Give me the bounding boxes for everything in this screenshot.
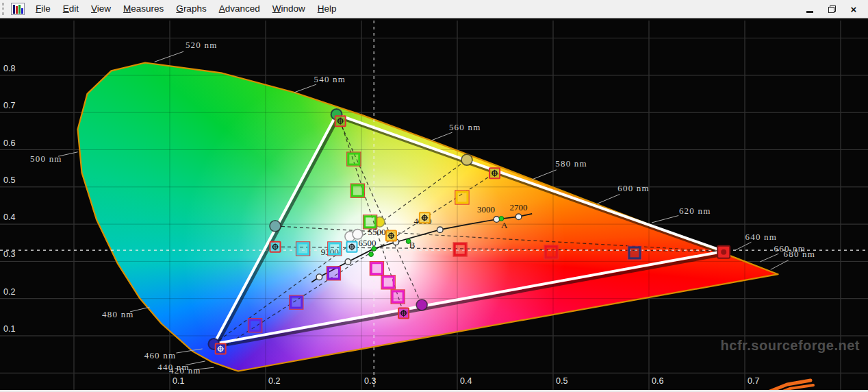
menu-item-measures[interactable]: Measures bbox=[117, 1, 170, 16]
menu-item-view[interactable]: View bbox=[85, 1, 117, 16]
measured-white-dot bbox=[406, 239, 411, 244]
menu-items: FileEditViewMeasuresGraphsAdvancedWindow… bbox=[29, 1, 343, 16]
wavelength-leader bbox=[532, 170, 557, 180]
measurement-square bbox=[629, 247, 640, 258]
temperature-point bbox=[515, 214, 522, 220]
menu-item-window[interactable]: Window bbox=[266, 1, 311, 16]
wavelength-leader bbox=[431, 132, 452, 140]
y-tick-label: 0.3 bbox=[3, 249, 15, 259]
wavelength-label-620nm: 620 nm bbox=[679, 206, 711, 216]
wavelength-leader bbox=[294, 84, 316, 93]
measurement-square bbox=[546, 247, 557, 258]
red-primary-marker-dot bbox=[721, 249, 726, 255]
window-controls: × bbox=[801, 2, 863, 16]
magenta-measured-circle bbox=[416, 299, 427, 310]
x-tick-label: 0.1 bbox=[173, 376, 184, 386]
measurement-square bbox=[348, 154, 359, 164]
measurement-square bbox=[298, 243, 309, 254]
wavelength-label-640nm: 640 nm bbox=[745, 232, 778, 242]
y-tick-label: 0.8 bbox=[3, 64, 15, 73]
menu-bar: FileEditViewMeasuresGraphsAdvancedWindow… bbox=[0, 0, 868, 19]
x-tick-label: 0.6 bbox=[652, 376, 663, 386]
temp-label-3000: 3000 bbox=[477, 204, 495, 215]
wavelength-label-480nm: 480 nm bbox=[102, 309, 134, 319]
x-tick-label: 0.7 bbox=[748, 376, 759, 386]
wavelength-label-580nm: 580 nm bbox=[555, 158, 587, 169]
y-tick-label: 0.5 bbox=[3, 175, 15, 185]
measurement-square bbox=[365, 217, 376, 228]
wavelength-label-500nm: 500 nm bbox=[30, 154, 62, 164]
restore-button[interactable] bbox=[823, 2, 841, 16]
y-tick-label: 0.6 bbox=[3, 138, 15, 148]
measurement-square bbox=[250, 320, 261, 331]
wavelength-label-600nm: 600 nm bbox=[617, 183, 650, 193]
hcfr-window: FileEditViewMeasuresGraphsAdvancedWindow… bbox=[0, 0, 868, 392]
temperature-point bbox=[345, 259, 351, 265]
menu-item-advanced[interactable]: Advanced bbox=[213, 1, 266, 16]
wavelength-leader bbox=[735, 242, 751, 250]
measurement-square bbox=[352, 185, 363, 196]
minimize-button[interactable] bbox=[801, 2, 819, 16]
temp-label-A: A bbox=[501, 220, 508, 230]
wavelength-leader bbox=[155, 51, 184, 62]
measurement-square bbox=[371, 263, 382, 274]
measured-white-dot bbox=[369, 252, 374, 257]
wavelength-leader bbox=[652, 215, 678, 222]
temperature-point bbox=[494, 217, 500, 223]
y-tick-label: 0.1 bbox=[3, 324, 15, 334]
wavelength-label-540nm: 540 nm bbox=[314, 74, 346, 84]
measurement-square bbox=[383, 277, 394, 288]
saturation-axis-dashed bbox=[275, 247, 724, 252]
menu-item-help[interactable]: Help bbox=[311, 1, 343, 16]
menu-item-graphs[interactable]: Graphs bbox=[170, 1, 212, 16]
temp-label-2700: 2700 bbox=[510, 202, 528, 212]
cie-chromaticity-chart[interactable]: 270030004000550065009300AB520 nm540 nm56… bbox=[0, 21, 868, 392]
wavelength-leader bbox=[176, 349, 202, 353]
measurement-square bbox=[329, 243, 340, 254]
menu-item-file[interactable]: File bbox=[29, 1, 57, 16]
wavelength-label-680nm: 680 nm bbox=[784, 249, 816, 259]
wavelength-leader bbox=[760, 254, 778, 262]
y-tick-label: 0.7 bbox=[3, 101, 15, 110]
temperature-point bbox=[316, 274, 322, 280]
x-tick-label: 0.2 bbox=[268, 376, 280, 386]
yellow-measured-circle bbox=[461, 154, 472, 165]
measurement-square bbox=[291, 297, 302, 308]
x-tick-label: 0.4 bbox=[460, 376, 472, 386]
measurement-square bbox=[457, 192, 468, 203]
close-icon: × bbox=[851, 4, 857, 14]
white-reference-circle bbox=[353, 229, 363, 239]
chart-overlay: 270030004000550065009300AB520 nm540 nm56… bbox=[0, 21, 868, 392]
measured-white-dot bbox=[372, 247, 376, 252]
wavelength-label-460nm: 460 nm bbox=[144, 350, 177, 360]
watermark: hcfr.sourceforge.net bbox=[721, 338, 860, 353]
toolbar-grip[interactable] bbox=[2, 3, 8, 15]
cyan-measured-circle bbox=[270, 221, 281, 232]
y-tick-label: 0.2 bbox=[3, 287, 15, 297]
measurement-square bbox=[455, 244, 465, 255]
menu-item-edit[interactable]: Edit bbox=[57, 1, 85, 16]
measurement-square bbox=[392, 291, 403, 302]
measurement-square bbox=[328, 268, 339, 279]
y-tick-label: 0.4 bbox=[3, 212, 15, 222]
wavelength-label-520nm: 520 nm bbox=[186, 40, 218, 50]
x-tick-label: 0.3 bbox=[364, 376, 376, 386]
wavelength-leader bbox=[597, 194, 620, 204]
measured-white-dot bbox=[499, 217, 504, 221]
wavelength-label-420nm: 420 nm bbox=[169, 365, 201, 376]
close-button[interactable]: × bbox=[845, 2, 863, 16]
app-logo-icon bbox=[11, 3, 25, 15]
wavelength-label-560nm: 560 nm bbox=[449, 122, 481, 132]
x-tick-label: 0.5 bbox=[556, 376, 567, 386]
temperature-point bbox=[437, 227, 444, 233]
